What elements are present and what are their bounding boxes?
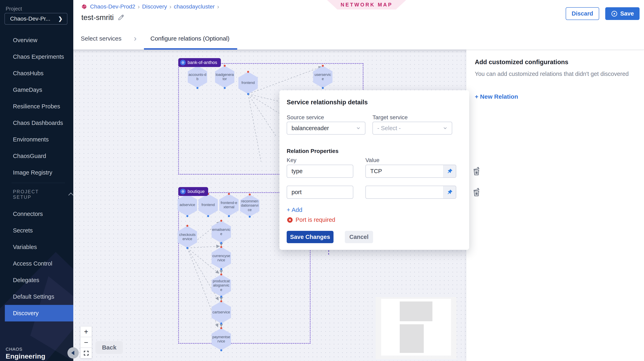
delete-row-button[interactable] [472,188,481,197]
service-node[interactable]: accounts-d b [188,66,207,88]
project-selector[interactable]: Chaos-Dev-Pr... ❯ [4,13,68,25]
service-node[interactable]: emailservic e [212,221,231,243]
zoom-in-button[interactable]: + [80,326,92,337]
property-key-input[interactable] [287,186,353,199]
service-node[interactable]: currencyse rvice [212,247,231,269]
service-node[interactable]: loadgenera tor [215,66,234,88]
service-node-label: accounts-d b [188,73,206,81]
service-node-label: frontend [202,203,215,207]
service-node[interactable]: paymentse rvice [212,328,231,350]
right-config-panel: Add customized configurations You can ad… [466,50,644,361]
target-service-select[interactable]: - Select - [372,122,452,135]
sidebar-collapse-button[interactable] [68,347,79,359]
source-service-select[interactable]: balancereader [287,122,366,135]
sidebar-item-chaoshubs[interactable]: ChaosHubs [0,65,73,81]
cluster-border-fragment [328,250,329,255]
service-node[interactable]: frontend [238,72,258,94]
sidebar-item-chaos-dashboards[interactable]: Chaos Dashboards [0,115,73,131]
discard-button[interactable]: Discard [566,7,599,20]
project-setup-section-header[interactable]: PROJECT SETUP [0,188,73,201]
cancel-button[interactable]: Cancel [345,231,373,243]
workspace: bank-of-anthosaccounts-d bloadgenera tor… [73,50,644,361]
edit-pencil-icon[interactable] [118,14,124,21]
breadcrumb-link-discovery[interactable]: Discovery [142,3,167,10]
delete-row-button[interactable] [472,167,481,176]
tab-configure-relations[interactable]: Configure relations (Optional) [150,35,230,42]
minimap[interactable] [376,297,456,359]
sidebar-nav-main: OverviewChaos ExperimentsChaosHubsGameDa… [0,32,73,181]
fit-view-button[interactable] [80,348,92,358]
breadcrumb: Chaos-Dev-Prod2 › Discovery › chaosdaycl… [81,3,219,10]
service-node[interactable]: adservice [178,194,197,216]
add-property-link[interactable]: + Add [287,206,302,213]
service-node[interactable]: recommen dationservi ce [240,195,260,217]
egress-port-dot [186,247,188,249]
network-map-banner: NETWORK MAP [327,0,406,9]
tab-select-services[interactable]: Select services [81,35,122,42]
breadcrumb-link-cluster[interactable]: chaosdaycluster [174,3,214,10]
breadcrumb-link-project[interactable]: Chaos-Dev-Prod2 [90,3,135,10]
minimap-viewport [381,299,451,356]
cluster-badge-bank-of-anthos[interactable]: bank-of-anthos [178,58,221,67]
sidebar-item-delegates[interactable]: Delegates [0,272,73,288]
service-node[interactable]: userservic e [313,66,332,88]
relation-properties-label: Relation Properties [287,148,338,154]
target-service-label: Target service [372,114,408,121]
egress-port-dot [322,87,324,89]
ingress-port-dot [220,273,222,276]
sidebar: Project Chaos-Dev-Pr... ❯ OverviewChaos … [0,0,73,361]
chevron-up-icon [68,193,73,198]
panel-subtitle: You can add customized relations that di… [475,71,636,77]
service-hexagon: paymentse rvice [212,328,231,350]
sidebar-item-secrets[interactable]: Secrets [0,222,73,239]
sidebar-item-resilience-probes[interactable]: Resilience Probes [0,98,73,115]
sidebar-divider [12,183,65,183]
project-name: Chaos-Dev-Pr... [10,15,50,22]
sidebar-item-chaos-experiments[interactable]: Chaos Experiments [0,48,73,65]
sidebar-item-access-control[interactable]: Access Control [0,255,73,272]
sidebar-item-discovery[interactable]: Discovery [0,305,73,322]
kubernetes-icon [181,189,185,194]
sidebar-nav-setup: ConnectorsSecretsVariablesAccess Control… [0,206,73,322]
service-hexagon: recommen dationservi ce [240,195,260,217]
sidebar-item-chaosguard[interactable]: ChaosGuard [0,148,73,164]
service-node[interactable]: cartservice [212,301,231,324]
property-value-input[interactable] [366,186,456,199]
service-node-label: frontend [242,81,255,85]
service-node[interactable]: checkouts ervice [178,226,197,248]
save-button[interactable]: Save [605,7,640,20]
service-node[interactable]: frontend [198,194,218,216]
ingress-port-dot [322,65,324,67]
page-title: test-smriti [81,13,114,22]
pin-value-button[interactable] [443,165,456,177]
sidebar-item-image-registry[interactable]: Image Registry [0,164,73,181]
sidebar-item-connectors[interactable]: Connectors [0,206,73,222]
zoom-out-button[interactable]: − [80,337,92,348]
pin-value-button[interactable] [443,186,456,198]
sidebar-item-gamedays[interactable]: GameDays [0,81,73,98]
service-relationship-modal: Service relationship details Source serv… [280,90,469,250]
ingress-port-dot [220,300,222,302]
sidebar-item-environments[interactable]: Environments [0,131,73,148]
relation-property-row [287,186,462,199]
sidebar-item-overview[interactable]: Overview [0,32,73,48]
save-changes-button[interactable]: Save Changes [287,231,334,243]
property-value-input[interactable] [366,165,456,178]
ingress-port-dot [247,71,249,73]
relation-property-row [287,165,462,178]
value-column-label: Value [366,157,380,163]
property-key-input[interactable] [287,165,353,178]
service-node[interactable]: frontend-e xternal [219,194,238,216]
chevron-left-icon [71,351,74,355]
ingress-port-dot [220,220,222,222]
service-hexagon: frontend-e xternal [219,194,238,216]
service-hexagon: currencyse rvice [212,247,231,269]
new-relation-link[interactable]: + New Relation [475,93,518,100]
fullscreen-icon [83,350,89,356]
back-button[interactable]: Back [96,341,123,354]
sidebar-item-variables[interactable]: Variables [0,239,73,255]
cluster-badge-boutique[interactable]: boutique [178,187,208,196]
sidebar-item-default-settings[interactable]: Default Settings [0,288,73,305]
service-node[interactable]: productcat alogservic e [212,274,231,297]
service-node-label: productcat alogservic e [213,279,230,292]
